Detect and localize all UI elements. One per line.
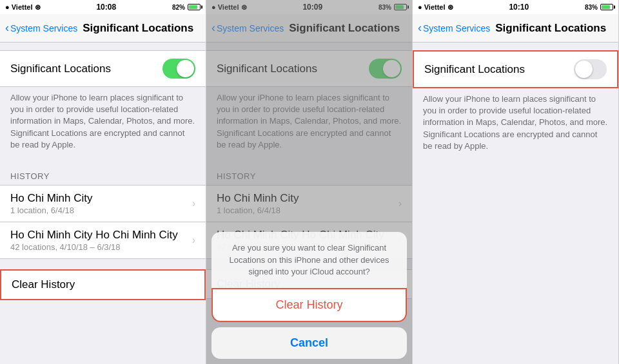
status-bar-1: ● Viettel ⊛ 10:08 82% [0,0,206,14]
toggle-label-1: Significant Locations [10,62,111,75]
toggle-label-3: Significant Locations [424,63,525,76]
right-icons-1: 82% [172,4,201,11]
battery-percent-1: 82% [172,4,185,11]
battery-icon-3 [600,4,613,10]
clear-history-row-1[interactable]: Clear History [0,269,206,300]
back-label-1: System Services [10,23,77,34]
description-3: Allow your iPhone to learn places signif… [413,88,618,160]
significant-locations-toggle-1[interactable] [162,59,195,79]
toggle-knob-3 [575,61,593,78]
back-button-1[interactable]: ‹ System Services [5,23,77,34]
list-item-hcmc-1[interactable]: Ho Chi Minh City 1 location, 6/4/18 › [0,185,206,222]
list-item-content2-1: Ho Chi Minh City Ho Chi Minh City 42 loc… [10,229,192,252]
battery-icon-1 [188,4,201,10]
action-sheet-card: Are you sure you want to clear Significa… [211,232,407,322]
content-3: Significant Locations Allow your iPhone … [413,43,618,364]
toggle-row-3: Significant Locations [413,50,618,88]
list-item-content-1: Ho Chi Minh City 1 location, 6/4/18 [10,192,192,215]
carrier-3: ● Viettel ⊛ [418,3,453,12]
carrier-1: ● Viettel ⊛ [5,3,41,12]
list-item-hcmc2-1[interactable]: Ho Chi Minh City Ho Chi Minh City 42 loc… [0,222,206,259]
back-button-3[interactable]: ‹ System Services [418,23,490,34]
back-chevron-1: ‹ [5,22,9,34]
description-1: Allow your iPhone to learn places signif… [0,87,206,158]
content-1: Significant Locations Allow your iPhone … [0,43,206,364]
nav-bar-3: ‹ System Services Significant Locations [413,14,618,43]
list-item-subtitle-1: 1 location, 6/4/18 [10,206,192,215]
clear-history-confirm-button[interactable]: Clear History [211,288,407,322]
action-sheet: Are you sure you want to clear Significa… [206,232,412,364]
list-chevron-1: › [192,198,195,209]
nav-title-3: Significant Locations [495,22,606,35]
list-item-subtitle2-1: 42 locations, 4/10/18 – 6/3/18 [10,242,192,252]
phone-panel-2: ● Viettel ⊛ 10:09 83% ‹ System Services … [206,0,413,364]
toggle-row-1: Significant Locations [0,50,206,87]
history-header-1: HISTORY [0,158,206,185]
cancel-button[interactable]: Cancel [211,327,407,359]
list-chevron2-1: › [192,235,195,246]
battery-percent-3: 83% [585,4,598,11]
right-icons-3: 83% [585,4,613,11]
significant-locations-toggle-3[interactable] [574,59,607,79]
action-sheet-message: Are you sure you want to clear Significa… [211,232,407,288]
phone-panel-3: ● Viettel ⊛ 10:10 83% ‹ System Services … [413,0,619,364]
toggle-knob-1 [177,60,194,77]
history-list-1: Ho Chi Minh City 1 location, 6/4/18 › Ho… [0,185,206,259]
status-bar-3: ● Viettel ⊛ 10:10 83% [413,0,618,14]
action-sheet-overlay: Are you sure you want to clear Significa… [206,0,412,364]
time-1: 10:08 [96,3,116,12]
back-label-3: System Services [423,23,490,34]
clear-history-label-1: Clear History [12,278,75,291]
list-item-title-1: Ho Chi Minh City [10,192,192,205]
time-3: 10:10 [509,3,529,12]
back-chevron-3: ‹ [418,22,422,34]
phone-panel-1: ● Viettel ⊛ 10:08 82% ‹ System Services … [0,0,206,364]
nav-bar-1: ‹ System Services Significant Locations [0,14,206,43]
list-item-title2-1: Ho Chi Minh City Ho Chi Minh City [10,229,192,242]
nav-title-1: Significant Locations [83,22,193,35]
